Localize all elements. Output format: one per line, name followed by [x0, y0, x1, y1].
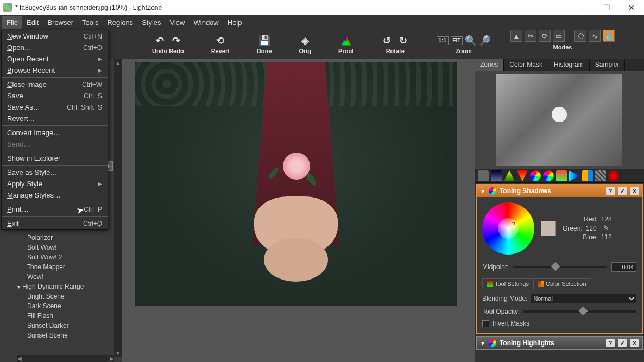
scroll-down-icon[interactable]: ▼ [114, 349, 122, 357]
tb-rotate: ↺ ↻ Rotate [381, 35, 409, 54]
tool-icon[interactable] [543, 170, 554, 181]
tree-item[interactable]: Bright Scene [0, 291, 114, 301]
invert-checkbox[interactable] [482, 320, 489, 327]
tree-item[interactable]: Sunset Scene [0, 331, 114, 340]
blend-select[interactable]: Normal [531, 294, 636, 303]
tb-proof[interactable]: Proof [338, 35, 354, 54]
midpoint-slider[interactable] [513, 266, 607, 268]
maximize-button[interactable]: ☐ [594, 0, 619, 15]
tool-icon[interactable] [491, 170, 502, 181]
tree-item[interactable]: Fill Flash [0, 311, 114, 321]
enable-checkbox[interactable]: ✓ [618, 339, 627, 347]
mode-curve-icon[interactable]: ∿ [589, 30, 601, 42]
close-panel-icon[interactable]: ✕ [630, 187, 639, 195]
left-h-scrollbar[interactable]: ◀ ▶ [17, 355, 114, 362]
file-menu-item[interactable]: Save As…Ctrl+Shift+S [2, 101, 108, 113]
undo-icon[interactable]: ↶ [154, 35, 166, 47]
minimize-button[interactable]: ─ [569, 0, 594, 15]
tree-group-hdr[interactable]: High Dynamic Range [0, 282, 114, 291]
canvas[interactable] [122, 59, 475, 362]
file-menu-item[interactable]: Save as Style… [2, 167, 108, 178]
menu-browser[interactable]: Browser [43, 16, 78, 29]
file-menu-item[interactable]: Print…Ctrl+P [2, 204, 108, 215]
file-menu-item[interactable]: Show in Explorer [2, 153, 108, 164]
mode-region-icon[interactable]: ▭ [553, 30, 565, 42]
mode-pointer-icon[interactable]: ▲ [510, 30, 522, 42]
file-menu-item[interactable]: Close ImageCtrl+W [2, 79, 108, 90]
tree-item[interactable]: Dark Scene [0, 301, 114, 311]
file-menu-item[interactable]: Revert… [2, 113, 108, 124]
eyedropper-icon[interactable]: ✎ [603, 224, 612, 233]
file-menu-item[interactable]: Open…Ctrl+O [2, 42, 108, 53]
tree-item[interactable]: Wow! [0, 272, 114, 282]
color-wheel[interactable] [482, 202, 534, 255]
file-menu-item[interactable]: Manage Styles… [2, 189, 108, 201]
menu-tools[interactable]: Tools [78, 16, 103, 29]
color-swatch[interactable] [541, 221, 556, 236]
file-menu-item[interactable]: Open Recent▶ [2, 53, 108, 65]
tree-item[interactable]: Sunset Darker [0, 321, 114, 331]
rotate-right-icon[interactable]: ↻ [397, 35, 409, 47]
menu-help[interactable]: Help [223, 16, 247, 29]
zoom-11[interactable]: 1:1 [437, 36, 449, 45]
tool-icon[interactable] [504, 170, 515, 181]
mode-rotate-icon[interactable]: ⟳ [539, 30, 551, 42]
rotate-left-icon[interactable]: ↺ [381, 35, 393, 47]
file-menu-item[interactable]: Apply Style▶ [2, 178, 108, 189]
tab-sampler[interactable]: Sampler [590, 59, 626, 71]
tree-item[interactable]: Polarizer [0, 233, 114, 243]
mode-polygon-icon[interactable]: ⬠ [574, 30, 586, 42]
tb-revert[interactable]: ⟲ Revert [211, 35, 230, 54]
subtab-color-selection[interactable]: Color Selection [534, 279, 591, 289]
tree-item[interactable]: Soft Wow! [0, 243, 114, 252]
mode-crop-icon[interactable]: ✂ [525, 30, 536, 42]
help-icon[interactable]: ? [606, 339, 615, 347]
file-menu-item[interactable]: SaveCtrl+S [2, 90, 108, 101]
menu-window[interactable]: Window [189, 16, 223, 29]
tab-histogram[interactable]: Histogram [548, 59, 590, 71]
tool-icon[interactable] [478, 170, 489, 181]
tb-orig[interactable]: ◈ Orig [299, 35, 311, 54]
tool-icon[interactable] [569, 170, 580, 181]
midpoint-value[interactable]: 0.04 [611, 262, 636, 272]
menu-file[interactable]: File [2, 16, 22, 29]
redo-icon[interactable]: ↷ [170, 35, 182, 47]
tab-colormask[interactable]: Color Mask [504, 59, 548, 71]
tool-icon[interactable] [530, 170, 541, 181]
undo-redo-label: Undo Redo [152, 48, 184, 54]
menu-view[interactable]: View [166, 16, 190, 29]
subtab-tool-settings[interactable]: Tool Settings [483, 279, 534, 289]
panel-header[interactable]: ▼ Toning Shadows ? ✓ ✕ [477, 185, 642, 197]
help-icon[interactable]: ? [606, 187, 615, 195]
zoom-out-icon[interactable]: 🔎 [479, 35, 491, 47]
zone-preview [475, 71, 644, 169]
close-button[interactable]: ✕ [619, 0, 644, 15]
enable-checkbox[interactable]: ✓ [618, 187, 627, 195]
tree-item[interactable]: Tone Mapper [0, 262, 114, 272]
zoom-fit[interactable]: FIT [451, 36, 463, 45]
tool-icon[interactable] [582, 170, 593, 181]
tool-icon[interactable] [517, 170, 528, 181]
tab-zones[interactable]: Zones [475, 59, 504, 71]
panel-header[interactable]: ▼ Toning Highlights ? ✓ ✕ [477, 337, 642, 349]
file-menu-item[interactable]: Convert Image… [2, 127, 108, 138]
zoom-in-icon[interactable]: 🔍 [465, 35, 477, 47]
left-scrollbar[interactable]: ▲ ▼ [114, 59, 122, 357]
tb-done[interactable]: 💾 Done [257, 35, 272, 54]
tool-icon[interactable] [595, 170, 606, 181]
scroll-up-icon[interactable]: ▲ [114, 59, 122, 67]
collapse-icon[interactable]: ▼ [480, 188, 485, 194]
close-panel-icon[interactable]: ✕ [630, 339, 639, 347]
menu-styles[interactable]: Styles [137, 16, 165, 29]
mode-drop-icon[interactable]: 💧 [603, 30, 615, 42]
file-menu-item[interactable]: Browse Recent▶ [2, 65, 108, 76]
menu-regions[interactable]: Regions [103, 16, 137, 29]
tree-item[interactable]: Soft Wow! 2 [0, 252, 114, 262]
tool-icon[interactable] [556, 170, 567, 181]
menu-edit[interactable]: Edit [22, 16, 43, 29]
file-menu-item[interactable]: New WindowCtrl+N [2, 30, 108, 42]
tool-icon[interactable] [608, 170, 619, 181]
collapse-icon[interactable]: ▼ [480, 340, 485, 346]
opacity-slider[interactable] [523, 310, 636, 313]
file-menu-item[interactable]: ExitCtrl+Q [2, 218, 108, 229]
